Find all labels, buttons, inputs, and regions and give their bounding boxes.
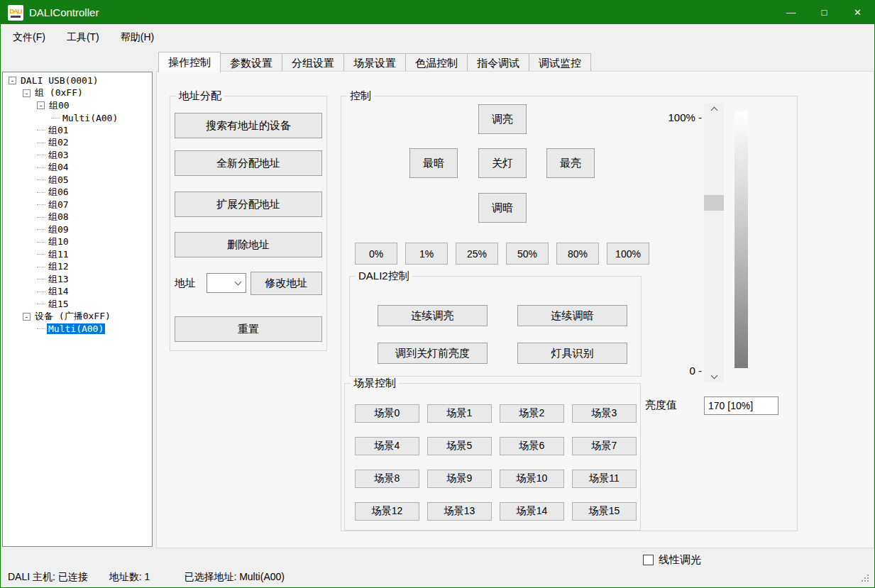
tree-item-label[interactable]: 组13 (47, 273, 70, 286)
scene-button-10[interactable]: 场景10 (500, 470, 564, 488)
scene-button-8[interactable]: 场景8 (355, 470, 419, 488)
scroll-down-icon[interactable] (704, 370, 724, 382)
tree-item-label[interactable]: 组07 (47, 199, 70, 211)
darken-button[interactable]: 调暗 (478, 193, 527, 223)
linear-dimming-checkbox[interactable] (643, 555, 654, 565)
collapse-icon[interactable]: - (37, 101, 45, 109)
scene-button-11[interactable]: 场景11 (572, 470, 637, 488)
tree-item-label[interactable]: 组00 (48, 99, 71, 112)
percent-button-100[interactable]: 100% (607, 243, 649, 265)
scene-button-6[interactable]: 场景6 (500, 437, 564, 455)
scene-button-1[interactable]: 场景1 (427, 404, 492, 423)
tree-item-label[interactable]: 组03 (47, 149, 70, 162)
collapse-icon[interactable]: - (23, 89, 31, 97)
tree-row[interactable]: 组10 (3, 236, 152, 249)
scene-button-7[interactable]: 场景7 (572, 437, 637, 455)
brightness-scrollbar[interactable] (704, 103, 724, 382)
tree-row[interactable]: 组05 (3, 174, 152, 187)
menu-item-2[interactable]: 帮助(H) (111, 27, 163, 48)
collapse-icon[interactable]: - (9, 77, 16, 84)
tree-row[interactable]: 组11 (3, 248, 152, 261)
tree-row[interactable]: -组 (0xFF) (3, 87, 152, 100)
tab-4[interactable]: 色温控制 (406, 53, 468, 72)
tree-row[interactable]: 组15 (3, 298, 152, 311)
address-select[interactable] (207, 273, 246, 293)
scene-button-0[interactable]: 场景0 (355, 404, 419, 423)
tree-item-label[interactable]: Multi(A00) (61, 113, 119, 123)
scene-button-4[interactable]: 场景4 (355, 437, 419, 455)
tree-row[interactable]: 组13 (3, 273, 152, 286)
recall-pre-off-level-button[interactable]: 调到关灯前亮度 (378, 343, 488, 364)
maximize-button[interactable]: □ (808, 1, 841, 24)
tree-row[interactable]: 组01 (3, 124, 152, 137)
reset-button[interactable]: 重置 (175, 316, 322, 342)
tab-5[interactable]: 指令调试 (468, 53, 529, 72)
tree-item-label[interactable]: 组06 (47, 186, 70, 199)
tree-item-label[interactable]: 组09 (47, 223, 70, 236)
continuous-darken-button[interactable]: 连续调暗 (517, 305, 627, 326)
tree-row[interactable]: -DALI USB(0001) (3, 74, 152, 87)
tree-row[interactable]: 组02 (3, 137, 152, 150)
scene-button-9[interactable]: 场景9 (427, 470, 492, 488)
modify-address-button[interactable]: 修改地址 (251, 272, 322, 295)
tree-item-label[interactable]: 组02 (47, 136, 70, 149)
minimize-button[interactable]: — (774, 1, 808, 24)
tree-item-label[interactable]: 组14 (47, 285, 70, 298)
tree-item-label[interactable]: 组 (0xFF) (33, 87, 84, 99)
percent-button-25[interactable]: 25% (456, 243, 498, 265)
scene-button-15[interactable]: 场景15 (572, 502, 637, 521)
dimmest-button[interactable]: 最暗 (409, 148, 458, 178)
tree-row[interactable]: -组00 (3, 99, 152, 112)
tree-item-label[interactable]: 组10 (47, 235, 70, 248)
extend-assign-addresses-button[interactable]: 扩展分配地址 (175, 192, 322, 217)
continuous-brighten-button[interactable]: 连续调亮 (378, 305, 488, 326)
tree-item-label[interactable]: 组11 (47, 248, 70, 261)
percent-button-50[interactable]: 50% (506, 243, 549, 265)
lamp-off-button[interactable]: 关灯 (478, 148, 527, 178)
delete-address-button[interactable]: 删除地址 (175, 232, 322, 257)
scene-button-14[interactable]: 场景14 (500, 502, 564, 521)
brightness-value-field[interactable]: 170 [10%] (704, 396, 778, 415)
tree-row[interactable]: 组04 (3, 162, 152, 174)
tree-item-label[interactable]: 组15 (47, 298, 70, 311)
tree-row[interactable]: 组12 (3, 261, 152, 274)
menu-item-0[interactable]: 文件(F) (4, 27, 55, 48)
tab-6[interactable]: 调试监控 (529, 53, 591, 72)
percent-button-80[interactable]: 80% (556, 243, 599, 265)
scene-button-13[interactable]: 场景13 (427, 502, 492, 521)
collapse-icon[interactable]: - (23, 313, 31, 321)
tree-row[interactable]: Multi(A00) (3, 323, 152, 335)
menu-item-1[interactable]: 工具(T) (57, 27, 109, 48)
scroll-up-icon[interactable] (704, 103, 724, 115)
tab-0[interactable]: 操作控制 (158, 52, 221, 72)
scene-button-12[interactable]: 场景12 (355, 502, 419, 521)
brightest-button[interactable]: 最亮 (546, 148, 595, 178)
scene-button-5[interactable]: 场景5 (427, 437, 492, 455)
tree-row[interactable]: 组09 (3, 223, 152, 236)
tree-row[interactable]: 组06 (3, 187, 152, 199)
resize-grip-icon[interactable] (862, 575, 870, 583)
tree-item-label[interactable]: 组12 (47, 260, 70, 273)
search-addressed-devices-button[interactable]: 搜索有地址的设备 (175, 113, 322, 138)
scene-button-3[interactable]: 场景3 (572, 404, 637, 423)
tab-3[interactable]: 场景设置 (344, 53, 406, 72)
tree-item-label[interactable]: 设备 (广播0xFF) (33, 310, 112, 323)
tree-item-label[interactable]: 组01 (47, 124, 70, 137)
tab-1[interactable]: 参数设置 (221, 53, 282, 72)
percent-button-0[interactable]: 0% (355, 243, 397, 265)
tab-2[interactable]: 分组设置 (282, 53, 344, 72)
tree-item-label[interactable]: 组08 (47, 211, 70, 223)
tree-row[interactable]: 组08 (3, 211, 152, 224)
luminaire-identify-button[interactable]: 灯具识别 (517, 343, 627, 364)
tree-item-label[interactable]: Multi(A00) (47, 323, 105, 334)
tree-item-label[interactable]: 组04 (47, 161, 70, 174)
tree-row[interactable]: 组07 (3, 199, 152, 211)
tree-item-label[interactable]: DALI USB(0001) (19, 75, 100, 86)
tree-item-label[interactable]: 组05 (47, 174, 70, 187)
brighten-button[interactable]: 调亮 (478, 104, 527, 134)
close-button[interactable]: ✕ (841, 1, 874, 24)
tree-row[interactable]: Multi(A00) (3, 112, 152, 125)
scene-button-2[interactable]: 场景2 (500, 404, 564, 423)
tree-row[interactable]: 组03 (3, 149, 152, 162)
tree-row[interactable]: 组14 (3, 286, 152, 299)
